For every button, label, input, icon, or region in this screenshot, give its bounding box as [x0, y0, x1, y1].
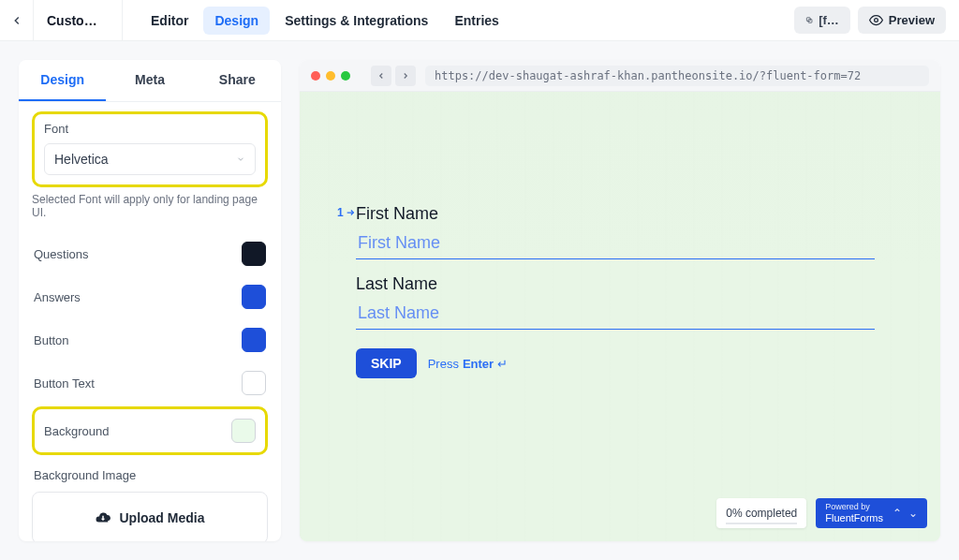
- preview-label: Preview: [889, 13, 935, 27]
- copy-icon: [805, 14, 813, 26]
- top-bar: Customer … Editor Design Settings & Inte…: [0, 0, 959, 41]
- question-number-value: 1: [337, 206, 344, 219]
- font-label: Font: [44, 122, 256, 136]
- color-button-text-swatch[interactable]: [242, 371, 266, 395]
- browser-bar: https://dev-shaugat-ashraf-khan.pantheon…: [300, 60, 940, 92]
- window-max-icon: [341, 71, 350, 81]
- color-questions: Questions: [32, 232, 268, 275]
- question-actions: SKIP Press Enter ↵: [356, 348, 875, 378]
- top-actions: [f… Preview: [794, 7, 946, 34]
- powered-nav-icons: ⌃ ⌄: [893, 507, 918, 520]
- color-answers: Answers: [32, 275, 268, 318]
- chevron-down-icon: ⌄: [908, 507, 918, 520]
- powered-by-small: Powered by: [825, 502, 883, 512]
- nav-editor[interactable]: Editor: [140, 7, 199, 35]
- powered-by-badge[interactable]: Powered by FluentForms ⌃ ⌄: [816, 498, 927, 528]
- preview-frame: https://dev-shaugat-ashraf-khan.pantheon…: [300, 60, 940, 541]
- color-questions-label: Questions: [34, 247, 89, 261]
- color-questions-swatch[interactable]: [242, 242, 266, 266]
- form-canvas: 1 First Name Last Name SKIP Press Enter: [300, 92, 940, 541]
- chevron-down-icon: [236, 155, 245, 164]
- bg-image-label: Background Image: [32, 464, 268, 492]
- top-nav: Editor Design Settings & Integrations En…: [123, 7, 794, 35]
- progress-text: 0% completed: [726, 507, 797, 520]
- tab-meta[interactable]: Meta: [106, 60, 193, 101]
- main: Design Meta Share Font Helvetica Selecte…: [0, 41, 959, 560]
- powered-by-brand: FluentForms: [825, 512, 883, 524]
- chevron-up-icon: ⌃: [893, 507, 902, 520]
- eye-icon: [869, 13, 883, 27]
- first-name-label: First Name: [356, 204, 875, 224]
- window-close-icon: [311, 71, 320, 81]
- chevron-left-icon: [10, 14, 23, 27]
- question-number: 1: [337, 206, 355, 219]
- progress-indicator: 0% completed: [716, 498, 806, 528]
- arrow-right-icon: [346, 208, 355, 217]
- color-answers-swatch[interactable]: [242, 285, 266, 309]
- skip-button[interactable]: SKIP: [356, 348, 417, 378]
- svg-point-2: [874, 19, 878, 22]
- color-background-swatch[interactable]: [231, 419, 256, 443]
- window-lights: [311, 71, 350, 81]
- form-stage: 1 First Name Last Name SKIP Press Enter: [300, 92, 940, 378]
- question-block: 1 First Name Last Name SKIP Press Enter: [356, 204, 875, 378]
- chevron-right-icon: [401, 71, 410, 81]
- enter-hint: Press Enter ↵: [428, 357, 508, 371]
- shortcode-label: [f…: [819, 13, 839, 27]
- upload-media-button[interactable]: Upload Media: [32, 492, 268, 541]
- color-background-section: Background: [32, 406, 268, 455]
- color-button-text: Button Text: [32, 361, 268, 405]
- tab-design[interactable]: Design: [19, 60, 106, 101]
- color-button-label: Button: [34, 333, 69, 347]
- nav-settings[interactable]: Settings & Integrations: [273, 7, 439, 35]
- last-name-input[interactable]: [356, 300, 875, 330]
- back-button[interactable]: [0, 0, 34, 41]
- browser-nav: [371, 66, 416, 86]
- font-select-value: Helvetica: [54, 152, 109, 167]
- color-background-label: Background: [44, 424, 109, 438]
- browser-back-button[interactable]: [371, 66, 391, 86]
- enter-key-icon: ↵: [497, 357, 508, 371]
- hint-enter: Enter: [463, 357, 494, 371]
- color-button-text-label: Button Text: [34, 376, 95, 391]
- url-bar[interactable]: https://dev-shaugat-ashraf-khan.pantheon…: [425, 66, 929, 86]
- shortcode-button[interactable]: [f…: [794, 7, 850, 34]
- tab-share[interactable]: Share: [194, 60, 281, 101]
- first-name-input[interactable]: [356, 229, 875, 259]
- last-name-label: Last Name: [356, 274, 875, 294]
- color-button-swatch[interactable]: [242, 328, 266, 352]
- cloud-upload-icon: [95, 509, 111, 526]
- nav-design[interactable]: Design: [203, 7, 270, 35]
- preview-button[interactable]: Preview: [858, 7, 946, 34]
- canvas-footer: 0% completed Powered by FluentForms ⌃ ⌄: [716, 498, 927, 528]
- form-title: Customer …: [34, 0, 123, 41]
- window-min-icon: [326, 71, 335, 81]
- hint-press: Press: [428, 357, 459, 371]
- panel-tabs: Design Meta Share: [19, 60, 281, 102]
- nav-entries[interactable]: Entries: [443, 7, 509, 35]
- browser-forward-button[interactable]: [395, 66, 416, 86]
- font-select[interactable]: Helvetica: [44, 143, 256, 175]
- color-button: Button: [32, 318, 268, 361]
- color-answers-label: Answers: [34, 290, 81, 304]
- font-help: Selected Font will apply only for landin…: [32, 193, 268, 219]
- panel-body: Font Helvetica Selected Font will apply …: [19, 102, 281, 541]
- chevron-left-icon: [376, 71, 386, 81]
- design-panel: Design Meta Share Font Helvetica Selecte…: [19, 60, 281, 541]
- upload-media-label: Upload Media: [119, 510, 204, 525]
- font-section: Font Helvetica: [32, 111, 268, 187]
